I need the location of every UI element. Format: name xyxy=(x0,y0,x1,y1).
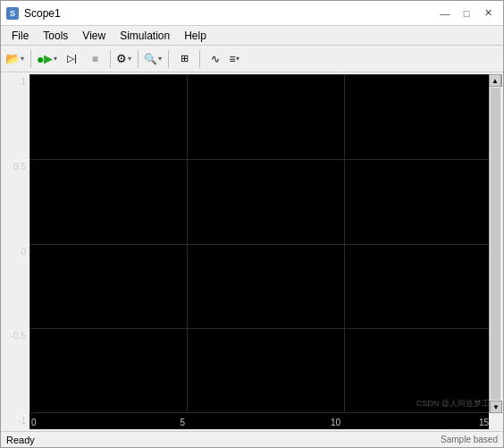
maximize-button[interactable]: □ xyxy=(457,5,476,21)
window-title: Scope1 xyxy=(24,7,61,20)
status-bar: Ready Sample based xyxy=(1,431,503,447)
y-label-1: 1 xyxy=(3,78,29,87)
run-btn-group[interactable]: ● ▶ ▾ xyxy=(36,51,59,67)
menu-bar: File Tools View Simulation Help xyxy=(1,26,503,46)
params-btn-group[interactable]: ≡ ▾ xyxy=(228,52,241,66)
watermark: CSDN @人间造梦工匠 xyxy=(416,398,498,410)
plot-area[interactable]: ▲ CSDN @人间造梦工匠 xyxy=(29,74,501,413)
grid-h-1 xyxy=(29,74,501,75)
y-label-4: -0.5 xyxy=(3,332,29,341)
grid-v-2 xyxy=(187,74,188,413)
x-label-15: 15 xyxy=(479,418,489,427)
toolbar-sep-5 xyxy=(199,50,200,68)
grid-v-3 xyxy=(344,74,345,413)
x-axis: 0 5 10 15 xyxy=(29,413,489,429)
close-button[interactable]: ✕ xyxy=(478,5,498,21)
menu-simulation[interactable]: Simulation xyxy=(113,28,177,44)
y-label-5: -1 xyxy=(3,417,29,426)
y-label-2: 0.5 xyxy=(3,163,29,172)
x-label-5: 5 xyxy=(181,418,186,427)
app-icon: S xyxy=(6,7,19,20)
settings-btn-group[interactable]: ⚙ ▾ xyxy=(115,51,133,66)
menu-view[interactable]: View xyxy=(75,28,113,44)
scroll-arrow-down[interactable]: ▼ xyxy=(490,401,502,413)
scope-container: 1 0.5 0 -0.5 -1 ▲ xyxy=(1,72,503,431)
grid-v-1 xyxy=(29,74,30,413)
x-label-0: 0 xyxy=(29,418,37,427)
scroll-up-arrow[interactable]: ▲ xyxy=(489,74,501,87)
settings-arrow-icon: ▾ xyxy=(127,55,132,63)
right-scrollbar: ▲ ▼ xyxy=(489,74,501,413)
plot-with-scroll: ▲ CSDN @人间造梦工匠 xyxy=(29,74,501,413)
toolbar-sep-4 xyxy=(168,50,169,68)
y-axis: 1 0.5 0 -0.5 -1 xyxy=(3,74,29,429)
zoom-in-btn-group[interactable]: 🔍 ▾ xyxy=(143,52,164,66)
x-label-10: 10 xyxy=(331,418,340,427)
minimize-button[interactable]: — xyxy=(435,5,455,21)
toolbar-sep-3 xyxy=(138,50,139,68)
open-btn-group[interactable]: 📂 ▾ xyxy=(4,51,26,66)
params-arrow-icon: ▾ xyxy=(235,55,240,63)
title-bar: S Scope1 — □ ✕ xyxy=(1,1,503,26)
menu-tools[interactable]: Tools xyxy=(36,28,75,44)
grid-h-3 xyxy=(29,244,501,245)
window-controls: — □ ✕ xyxy=(435,5,498,21)
menu-file[interactable]: File xyxy=(4,28,36,44)
step-forward-button[interactable]: ▷| xyxy=(61,48,82,70)
status-sample: Sample based xyxy=(441,435,498,444)
signal-button[interactable]: ∿ xyxy=(205,48,226,70)
menu-help[interactable]: Help xyxy=(177,28,214,44)
toolbar-sep-1 xyxy=(30,50,31,68)
toolbar-sep-2 xyxy=(110,50,111,68)
title-bar-left: S Scope1 xyxy=(6,7,61,20)
plot-area-wrapper: ▲ CSDN @人间造梦工匠 xyxy=(29,74,501,429)
status-ready: Ready xyxy=(6,435,35,445)
main-window: S Scope1 — □ ✕ File Tools View Simulatio… xyxy=(0,0,504,448)
scroll-thumb[interactable] xyxy=(491,88,500,400)
open-arrow-icon: ▾ xyxy=(20,55,25,63)
grid-h-2 xyxy=(29,159,501,160)
grid-h-4 xyxy=(29,328,501,329)
stop-button[interactable]: ■ xyxy=(84,48,105,70)
run-arrow-icon: ▾ xyxy=(53,55,58,63)
y-label-3: 0 xyxy=(3,248,29,257)
scope-inner: 1 0.5 0 -0.5 -1 ▲ xyxy=(3,74,501,429)
scale-button[interactable]: ⊞ xyxy=(173,48,195,70)
toolbar: 📂 ▾ ● ▶ ▾ ▷| ■ ⚙ ▾ 🔍 ▾ ⊞ ∿ xyxy=(1,46,503,72)
zoom-in-arrow-icon: ▾ xyxy=(157,55,163,63)
